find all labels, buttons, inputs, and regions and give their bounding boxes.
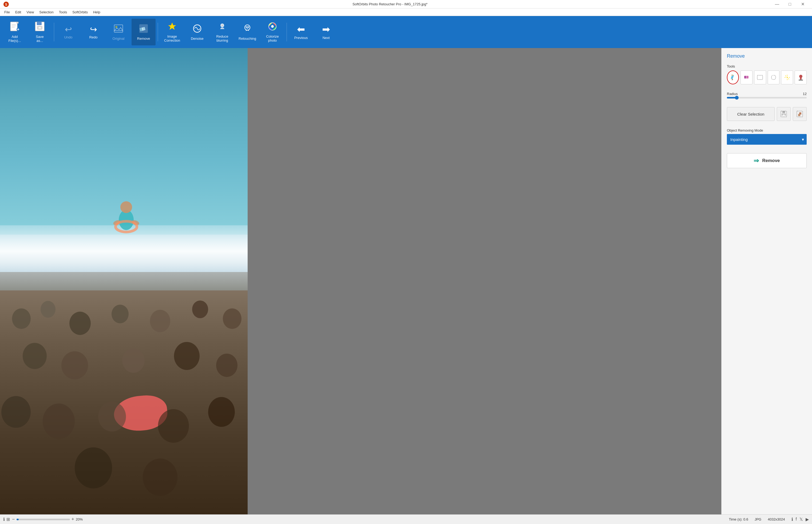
add-files-label: Add File(s)... <box>9 35 21 43</box>
previous-button[interactable]: ⬅ Previous <box>289 19 313 45</box>
save-selection-button[interactable] <box>777 107 791 121</box>
svg-point-31 <box>120 201 132 213</box>
original-button[interactable]: Original <box>106 19 131 45</box>
menu-selection[interactable]: Selection <box>37 9 56 15</box>
minimize-button[interactable]: — <box>771 0 783 9</box>
info-social-icon[interactable]: ℹ <box>792 517 793 522</box>
mode-dropdown-container: Inpainting Content-Aware Fill Clone Stam… <box>727 134 807 145</box>
remove-toolbar-label: Remove <box>137 36 150 40</box>
image-correction-label: Image Correction <box>164 34 180 43</box>
menubar: File Edit View Selection Tools SoftOrbit… <box>0 9 812 16</box>
svg-rect-2 <box>11 22 17 31</box>
youtube-icon[interactable]: ▶ <box>806 517 809 522</box>
previous-icon: ⬅ <box>297 24 305 34</box>
next-label: Next <box>323 36 330 40</box>
redo-label: Redo <box>89 35 97 39</box>
person-subject <box>109 188 143 241</box>
colorize-photo-label: Colorize photo <box>266 34 279 43</box>
reduce-blurring-button[interactable]: Reduce blurring <box>210 19 234 45</box>
redo-button[interactable]: ↪ Redo <box>81 19 105 45</box>
menu-file[interactable]: File <box>2 9 13 15</box>
format-display: JPG <box>755 517 761 521</box>
retouching-button[interactable]: Retouching <box>235 19 259 45</box>
dimensions-display: 4032x3024 <box>768 517 785 521</box>
add-files-icon <box>9 21 20 33</box>
svg-line-66 <box>788 79 789 79</box>
maximize-button[interactable]: □ <box>784 0 796 9</box>
zoom-in-button[interactable]: + <box>71 517 74 522</box>
stamp-tool-button[interactable] <box>795 70 807 84</box>
menu-tools[interactable]: Tools <box>56 9 70 15</box>
save-as-button[interactable]: Save as... <box>28 19 52 45</box>
radius-slider[interactable] <box>727 97 807 98</box>
panel-title: Remove <box>727 53 807 59</box>
svg-point-26 <box>246 27 247 28</box>
image-correction-button[interactable]: Image Correction <box>160 19 184 45</box>
info-icon[interactable]: ℹ <box>3 517 5 522</box>
status-left: ℹ ⊞ − + 20% <box>3 517 725 522</box>
menu-edit[interactable]: Edit <box>13 9 24 15</box>
tools-label: Tools <box>727 64 807 68</box>
denoise-icon <box>192 24 202 35</box>
next-icon: ➡ <box>322 24 330 34</box>
clear-selection-button[interactable]: Clear Selection <box>727 107 775 121</box>
svg-rect-60 <box>757 75 763 80</box>
redo-icon: ↪ <box>90 25 97 34</box>
svg-rect-72 <box>782 111 785 113</box>
remove-action-button[interactable]: ⇒ Remove <box>727 153 807 168</box>
original-icon <box>114 24 123 35</box>
svg-marker-67 <box>786 76 788 79</box>
svg-rect-12 <box>37 22 41 25</box>
pencil-tool-button[interactable] <box>727 70 739 84</box>
retouching-icon <box>242 24 252 35</box>
menu-softorbits[interactable]: SoftOrbits <box>70 9 90 15</box>
colorize-photo-button[interactable]: Colorize photo <box>260 19 285 45</box>
zoom-controls: − + 20% <box>12 517 83 522</box>
svg-point-25 <box>246 26 249 29</box>
mode-dropdown[interactable]: Inpainting Content-Aware Fill Clone Stam… <box>727 134 807 145</box>
lasso-tool-button[interactable] <box>768 70 780 84</box>
svg-rect-14 <box>38 27 41 29</box>
svg-point-27 <box>248 27 249 28</box>
grid-icon[interactable]: ⊞ <box>6 517 10 522</box>
radius-value: 12 <box>803 92 807 96</box>
eraser-tool-button[interactable] <box>741 70 752 84</box>
menu-help[interactable]: Help <box>90 9 103 15</box>
facebook-icon[interactable]: f <box>796 517 797 522</box>
svg-rect-58 <box>744 76 746 79</box>
remove-arrow-icon: ⇒ <box>754 157 759 164</box>
undo-label: Undo <box>64 35 72 39</box>
remove-toolbar-button[interactable]: Remove <box>132 19 156 45</box>
zoom-out-button[interactable]: − <box>12 517 15 522</box>
zoom-slider-fill <box>17 519 19 520</box>
svg-point-23 <box>221 24 223 26</box>
zoom-slider[interactable] <box>17 519 70 520</box>
radius-label: Radius <box>727 92 738 96</box>
colorize-photo-icon <box>268 22 277 33</box>
radius-row: Radius 12 <box>727 92 807 96</box>
radius-slider-container[interactable] <box>727 97 807 98</box>
undo-button[interactable]: ↩ Undo <box>56 19 80 45</box>
close-button[interactable]: ✕ <box>796 0 809 9</box>
undo-icon: ↩ <box>65 25 72 34</box>
window-title: SoftOrbits Photo Retoucher Pro - IMG_172… <box>9 2 771 6</box>
next-button[interactable]: ➡ Next <box>314 19 338 45</box>
right-panel: Remove Tools <box>721 48 812 514</box>
status-icons: ℹ ⊞ <box>3 517 10 522</box>
add-files-button[interactable]: Add File(s)... <box>3 19 27 45</box>
denoise-button[interactable]: Denoise <box>185 19 209 45</box>
twitter-icon[interactable]: 𝕏 <box>799 517 803 522</box>
menu-view[interactable]: View <box>24 9 37 15</box>
mode-label: Object Removing Mode <box>727 128 807 132</box>
slider-thumb[interactable] <box>735 96 739 100</box>
time-display: Time (s): 0.6 <box>729 517 748 521</box>
tools-row <box>727 70 807 84</box>
titlebar: S SoftOrbits Photo Retoucher Pro - IMG_1… <box>0 0 812 9</box>
rect-select-tool-button[interactable] <box>754 70 766 84</box>
social-links: ℹ f 𝕏 ▶ <box>792 517 809 522</box>
mode-section: Object Removing Mode Inpainting Content-… <box>727 128 807 149</box>
radius-section: Radius 12 <box>727 92 807 103</box>
canvas-area[interactable] <box>0 48 721 514</box>
magic-wand-tool-button[interactable] <box>781 70 793 84</box>
load-selection-button[interactable] <box>793 107 807 121</box>
